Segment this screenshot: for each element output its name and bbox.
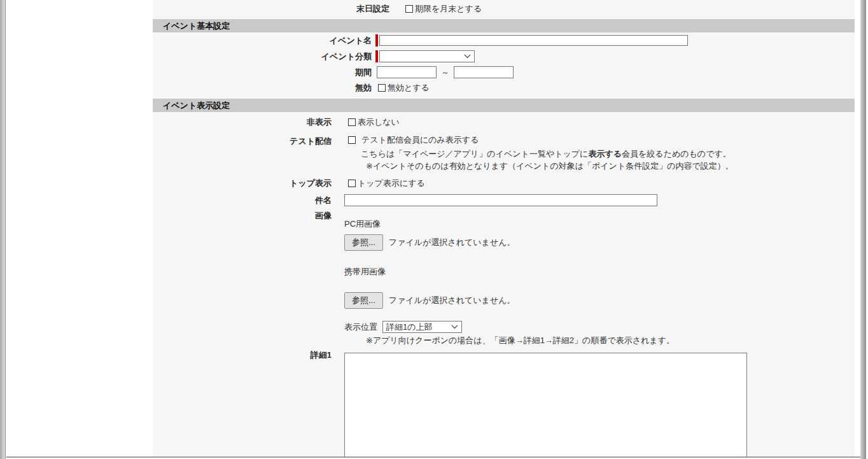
- mobile-image-browse-button[interactable]: 参照...: [344, 292, 383, 309]
- row-last-day-setting: 末日設定 期限を月末とする: [153, 0, 855, 18]
- position-note: ※アプリ向けクーポンの場合は、「画像→詳細1→詳細2」の順番で表示されます。: [366, 334, 675, 346]
- subject-input[interactable]: [344, 194, 657, 206]
- section-header-basic: イベント基本設定: [153, 19, 855, 32]
- top-display-checkbox[interactable]: [348, 180, 356, 187]
- test-delivery-label: テスト配信: [153, 134, 332, 147]
- pc-image-browse-button[interactable]: 参照...: [344, 234, 383, 251]
- row-test-delivery: テスト配信 テスト配信会員にのみ表示する こちらは「マイページ／アプリ」のイベン…: [153, 134, 855, 172]
- row-subject: 件名: [153, 192, 855, 208]
- disabled-checkbox-group[interactable]: 無効とする: [378, 82, 430, 94]
- row-event-name: イベント名: [153, 32, 855, 48]
- period-label: 期間: [153, 67, 372, 78]
- left-blank-panel: [6, 0, 153, 456]
- event-category-select[interactable]: [379, 50, 475, 62]
- test-delivery-checkbox-group[interactable]: テスト配信会員にのみ表示する: [348, 134, 734, 146]
- period-separator: ～: [441, 67, 449, 78]
- top-display-checkbox-label: トップ表示にする: [358, 178, 425, 189]
- section-display: 非表示 表示しない テスト配信 テスト配信会員にのみ表示する こちらは「マイペー…: [153, 114, 855, 456]
- section-basic: イベント名 イベント分類 期間 ～: [153, 32, 855, 95]
- form-content: 末日設定 期限を月末とする イベント基本設定 イベント名 イベント分類: [153, 0, 855, 456]
- note1-post: 会員を絞るためのものです。: [622, 149, 731, 159]
- right-frame-edge: [860, 0, 866, 459]
- row-top-display: トップ表示 トップ表示にする: [153, 176, 855, 191]
- pc-image-label: PC用画像: [344, 218, 675, 230]
- note1-pre: こちらは「マイページ／アプリ」のイベント一覧やトップに: [361, 149, 588, 159]
- position-select[interactable]: 詳細1の上部: [382, 321, 462, 333]
- test-delivery-note2: ※イベントそのものは有効となります（イベントの対象は「ポイント条件設定」の内容で…: [366, 160, 734, 172]
- top-display-label: トップ表示: [153, 178, 332, 189]
- row-detail1: 詳細1: [153, 349, 855, 456]
- top-display-checkbox-group[interactable]: トップ表示にする: [348, 178, 425, 189]
- position-selected-value: 詳細1の上部: [386, 321, 433, 333]
- section-title-display: イベント表示設定: [163, 100, 230, 111]
- section-header-display: イベント表示設定: [153, 99, 855, 112]
- section-title-basic: イベント基本設定: [163, 20, 230, 32]
- mobile-image-no-file-text: ファイルが選択されていません。: [389, 295, 515, 306]
- hidden-checkbox-group[interactable]: 表示しない: [348, 117, 400, 128]
- required-marker: [375, 50, 378, 62]
- chevron-down-icon: [451, 325, 458, 329]
- period-to-input[interactable]: [454, 66, 514, 78]
- bottom-frame-edge: [6, 456, 860, 458]
- image-label: 画像: [153, 208, 332, 222]
- subject-label: 件名: [153, 195, 332, 206]
- test-delivery-checkbox-label: テスト配信会員にのみ表示する: [361, 134, 479, 146]
- row-disabled: 無効 無効とする: [153, 80, 855, 95]
- hidden-checkbox-label: 表示しない: [358, 117, 400, 128]
- required-marker: [375, 34, 378, 46]
- detail1-textarea[interactable]: [344, 353, 747, 456]
- row-image: 画像 PC用画像 参照... ファイルが選択されていません。 携帯用画像 参照.…: [153, 208, 855, 346]
- note1-bold: 表示する: [588, 149, 622, 159]
- last-day-checkbox[interactable]: [405, 5, 413, 13]
- left-frame-edge: [0, 0, 6, 459]
- chevron-down-icon: [464, 54, 471, 59]
- hidden-label: 非表示: [153, 117, 332, 128]
- disabled-checkbox[interactable]: [378, 84, 386, 92]
- disabled-label: 無効: [153, 82, 372, 94]
- event-name-input[interactable]: [379, 35, 688, 46]
- disabled-checkbox-label: 無効とする: [388, 82, 430, 94]
- test-delivery-checkbox[interactable]: [348, 136, 356, 144]
- row-period: 期間 ～: [153, 64, 855, 80]
- mobile-image-label: 携帯用画像: [344, 266, 675, 278]
- event-name-label: イベント名: [153, 35, 372, 46]
- position-label: 表示位置: [344, 321, 377, 333]
- last-day-checkbox-label: 期限を月末とする: [415, 3, 482, 15]
- row-hidden: 非表示 表示しない: [153, 114, 855, 131]
- event-category-label: イベント分類: [153, 51, 372, 62]
- period-from-input[interactable]: [377, 66, 437, 78]
- detail1-label: 詳細1: [153, 349, 332, 361]
- hidden-checkbox[interactable]: [348, 118, 356, 126]
- last-day-checkbox-group[interactable]: 期限を月末とする: [405, 3, 482, 15]
- row-event-category: イベント分類: [153, 48, 855, 64]
- pc-image-no-file-text: ファイルが選択されていません。: [389, 237, 515, 248]
- test-delivery-note1: こちらは「マイページ／アプリ」のイベント一覧やトップに表示する会員を絞るためのも…: [361, 148, 734, 160]
- last-day-setting-label: 末日設定: [153, 3, 389, 15]
